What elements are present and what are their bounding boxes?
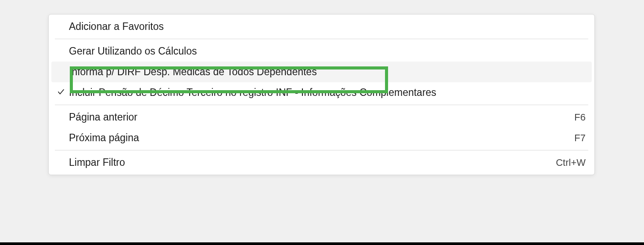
bottom-border: [0, 242, 644, 245]
menu-separator: [55, 39, 588, 39]
check-slot: [53, 87, 69, 99]
menu-item-label: Adicionar a Favoritos: [69, 21, 586, 33]
context-menu: Adicionar a Favoritos Gerar Utilizando o…: [48, 14, 595, 175]
menu-item-shortcut: Ctrl+W: [556, 157, 586, 168]
menu-item-incluir-pensao[interactable]: Incluir Pensão de Décimo Terceiro no reg…: [49, 82, 594, 103]
menu-item-gerar-calculos[interactable]: Gerar Utilizando os Cálculos: [49, 41, 594, 62]
menu-item-label: Incluir Pensão de Décimo Terceiro no reg…: [69, 87, 586, 99]
menu-item-proxima-pagina[interactable]: Próxima página F7: [49, 128, 594, 148]
menu-item-add-favorites[interactable]: Adicionar a Favoritos: [49, 16, 594, 37]
menu-item-shortcut: F6: [574, 112, 586, 123]
menu-item-shortcut: F7: [574, 132, 586, 144]
menu-item-pagina-anterior[interactable]: Página anterior F6: [49, 107, 594, 128]
menu-item-informa-dirf[interactable]: Informa p/ DIRF Desp. Médicas de Todos D…: [51, 62, 592, 82]
menu-separator: [55, 150, 588, 150]
menu-item-limpar-filtro[interactable]: Limpar Filtro Ctrl+W: [49, 152, 594, 173]
menu-item-label: Próxima página: [69, 132, 574, 144]
check-icon: [57, 87, 65, 99]
menu-separator: [55, 105, 588, 105]
menu-item-label: Informa p/ DIRF Desp. Médicas de Todos D…: [69, 66, 586, 78]
menu-item-label: Página anterior: [69, 111, 574, 123]
menu-item-label: Gerar Utilizando os Cálculos: [69, 45, 586, 57]
menu-item-label: Limpar Filtro: [69, 157, 556, 168]
